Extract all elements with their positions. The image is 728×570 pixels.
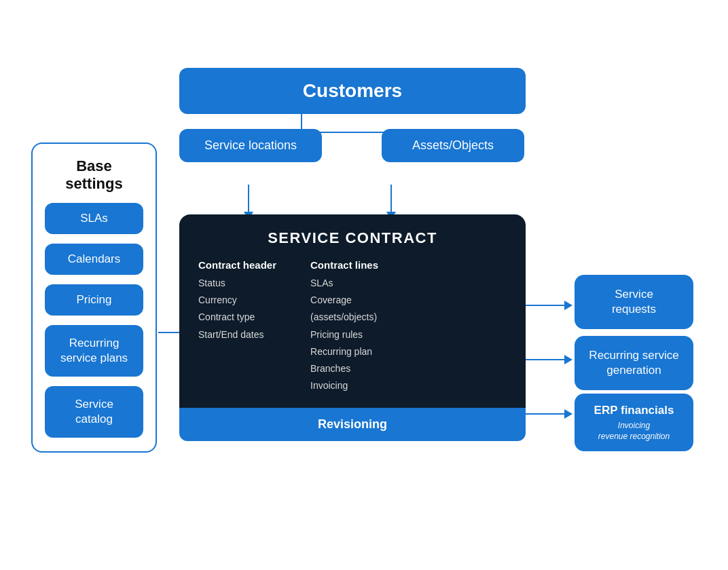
service-locations-box[interactable]: Service locations xyxy=(179,129,322,162)
contract-lines-heading: Contract lines xyxy=(310,259,378,271)
svg-marker-17 xyxy=(564,409,572,419)
contract-header-col: Contract header Status Currency Contract… xyxy=(198,259,276,394)
diagram-container: Base settings SLAs Calendars Pricing Rec… xyxy=(0,0,728,570)
sidebar-item-calendars[interactable]: Calendars xyxy=(45,244,143,275)
service-contract-title: SERVICE CONTRACT xyxy=(179,214,526,247)
contract-lines-col: Contract lines SLAs Coverage (assets/obj… xyxy=(310,259,378,394)
sidebar-item-recurring-service-plans[interactable]: Recurring service plans xyxy=(45,325,143,377)
base-settings-panel: Base settings SLAs Calendars Pricing Rec… xyxy=(31,142,157,453)
contract-header-items: Status Currency Contract type Start/End … xyxy=(198,275,276,343)
sidebar-item-slas[interactable]: SLAs xyxy=(45,203,143,234)
service-contract-box: SERVICE CONTRACT Contract header Status … xyxy=(179,214,526,441)
revisioning-bar: Revisioning xyxy=(179,408,526,441)
sidebar-item-service-catalog[interactable]: Service catalog xyxy=(45,386,143,438)
diagram-wrapper: Base settings SLAs Calendars Pricing Rec… xyxy=(31,61,697,509)
service-requests-btn[interactable]: Service requests xyxy=(575,275,693,329)
erp-financials-btn[interactable]: ERP financials Invoicing revenue recogni… xyxy=(575,394,693,451)
svg-marker-15 xyxy=(564,355,572,364)
contract-header-heading: Contract header xyxy=(198,259,276,271)
sidebar-item-pricing[interactable]: Pricing xyxy=(45,284,143,316)
base-settings-title: Base settings xyxy=(65,157,122,193)
contract-lines-items: SLAs Coverage (assets/objects) Pricing r… xyxy=(310,275,378,394)
assets-objects-box[interactable]: Assets/Objects xyxy=(382,129,524,162)
svg-marker-13 xyxy=(564,301,572,310)
customers-box[interactable]: Customers xyxy=(179,68,526,114)
recurring-service-generation-btn[interactable]: Recurring service generation xyxy=(575,336,693,390)
